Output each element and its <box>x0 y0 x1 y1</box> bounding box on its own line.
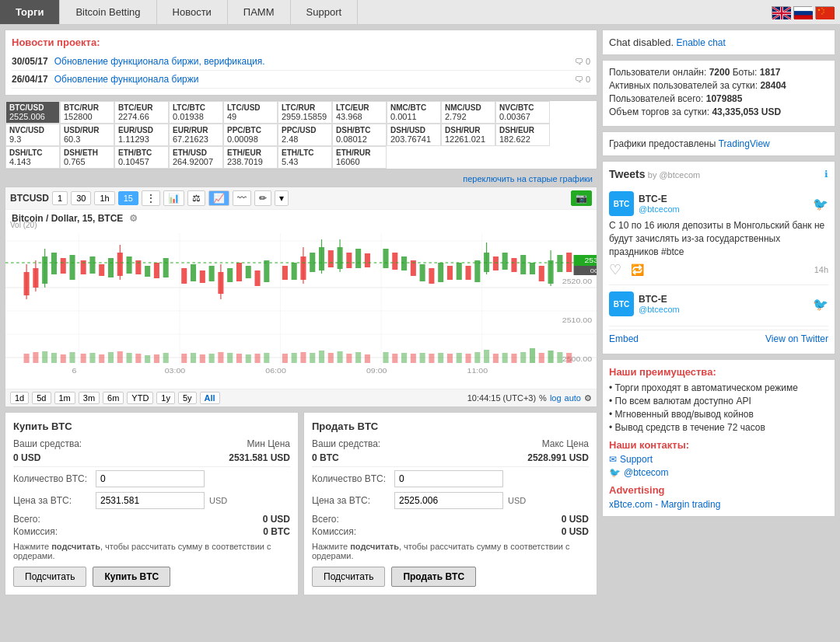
time-btn-1[interactable]: 1 <box>52 191 68 205</box>
sell-calc-button[interactable]: Подсчитать <box>312 567 385 587</box>
currency-cell-ETH-BTC[interactable]: ETH/BTC0.10457 <box>114 146 169 169</box>
chart-draw-btn[interactable]: ✏ <box>254 190 271 206</box>
currency-cell-LTC-EUR[interactable]: LTC/EUR43.968 <box>332 101 387 124</box>
period-btn-6m[interactable]: 6m <box>103 392 124 404</box>
currency-cell-ETH-USD[interactable]: ETH/USD264.92007 <box>169 146 223 169</box>
svg-rect-44 <box>127 256 132 274</box>
currency-cell-PPC-USD[interactable]: PPC/USD2.48 <box>278 124 332 146</box>
nav-tab-bitcoin-betting[interactable]: Bitcoin Betting <box>60 0 156 24</box>
news-text-1[interactable]: Обновление функционала биржи, верификаци… <box>54 56 569 67</box>
svg-rect-109 <box>145 355 150 363</box>
flag-en[interactable] <box>772 6 790 19</box>
chart-auto[interactable]: auto <box>565 393 581 403</box>
sell-qty-input[interactable] <box>394 470 503 487</box>
period-btn-1m[interactable]: 1m <box>54 392 75 404</box>
period-btn-3m[interactable]: 3m <box>79 392 100 404</box>
sell-panel: Продать BTC Ваши средства: Макс Цена 0 B… <box>303 412 597 595</box>
currency-cell-DSH-USD[interactable]: DSH/USD203.76741 <box>387 124 441 146</box>
buy-price-input[interactable] <box>96 492 205 509</box>
buy-total-row: Всего: 0 USD <box>13 514 290 525</box>
sell-price-label: Цена за BTC: <box>312 495 390 506</box>
svg-rect-120 <box>254 354 260 363</box>
tweet-bird-1: 🐦 <box>813 197 828 211</box>
buy-qty-input[interactable] <box>96 470 205 487</box>
tweet-retweet-1[interactable]: 🔁 <box>631 263 644 276</box>
currency-cell-DSH-RUR[interactable]: DSH/RUR12261.021 <box>441 124 495 146</box>
currency-cell-DSH-BTC[interactable]: DSH/BTC0.08012 <box>332 124 387 146</box>
svg-text:2520.00: 2520.00 <box>562 277 593 285</box>
currency-cell-ETH-EUR[interactable]: ETH/EUR238.7019 <box>223 146 278 169</box>
currency-cell-ETH-RUR[interactable]: ETH/RUR16060 <box>332 146 387 169</box>
currency-cell-NVC-BTC[interactable]: NVC/BTC0.00367 <box>495 101 550 124</box>
nav-tab-torgi[interactable]: Торги <box>0 0 60 24</box>
sell-price-input[interactable] <box>394 492 503 509</box>
buy-funds-value: 0 USD <box>13 452 40 463</box>
nav-bar: Торги Bitcoin Betting Новости ПАММ Suppo… <box>0 0 840 25</box>
contact-twitter[interactable]: 🐦 @btcecom <box>609 467 828 478</box>
currency-cell-PPC-BTC[interactable]: PPC/BTC0.00098 <box>223 124 278 146</box>
chart-line-btn[interactable]: 〰 <box>233 190 251 206</box>
nav-tab-pamm[interactable]: ПАММ <box>228 0 291 24</box>
time-btn-1h[interactable]: 1h <box>94 191 114 205</box>
currency-cell-DSH-ETH[interactable]: DSH/ETH0.765 <box>60 146 114 169</box>
time-btn-15[interactable]: 15 <box>118 191 138 205</box>
sell-total-label: Всего: <box>312 514 339 525</box>
tweets-embed-link[interactable]: Embed <box>609 333 639 344</box>
tweet-like-1[interactable]: ♡ <box>609 261 621 278</box>
nav-tab-support[interactable]: Support <box>291 0 359 24</box>
contact-support[interactable]: ✉ Support <box>609 454 828 465</box>
tweets-info-icon[interactable]: ℹ <box>824 169 828 180</box>
buy-calc-button[interactable]: Подсчитать <box>13 567 86 587</box>
chart-switch[interactable]: переключить на старые графики <box>5 173 597 185</box>
chart-camera-btn[interactable]: 📷 <box>571 190 592 206</box>
chat-enable-link[interactable]: Enable chat <box>676 37 725 48</box>
tweet-handle-1[interactable]: @btcecom <box>639 204 680 214</box>
tweets-view-link[interactable]: View on Twitter <box>765 333 828 344</box>
period-btn-1y[interactable]: 1y <box>156 392 175 404</box>
chart-log[interactable]: log <box>550 393 562 403</box>
svg-rect-81 <box>457 263 462 280</box>
svg-rect-100 <box>61 354 66 363</box>
chart-candle-btn[interactable]: 📈 <box>208 190 229 206</box>
period-btn-5d[interactable]: 5d <box>32 392 51 404</box>
period-btn-5y[interactable]: 5y <box>178 392 197 404</box>
flag-ru[interactable] <box>793 6 812 19</box>
nav-tab-novosti[interactable]: Новости <box>157 0 228 24</box>
currency-cell-EUR-RUR[interactable]: EUR/RUR67.21623 <box>169 124 223 146</box>
sell-commission-row: Комиссия: 0 USD <box>312 526 589 537</box>
currency-cell-ETH-LTC[interactable]: ETH/LTC5.43 <box>278 146 332 169</box>
svg-rect-82 <box>466 266 471 280</box>
currency-cell-LTC-RUR[interactable]: LTC/RUR2959.15859 <box>278 101 332 124</box>
period-btn-1d[interactable]: 1d <box>10 392 29 404</box>
chart-bar-btn[interactable]: 📊 <box>163 190 184 206</box>
currency-cell-NVC-USD[interactable]: NVC/USD9.3 <box>5 124 60 146</box>
buy-action-button[interactable]: Купить BTC <box>93 567 170 587</box>
chart-settings-btn[interactable]: ▾ <box>275 190 289 206</box>
currency-cell-NMC-BTC[interactable]: NMC/BTC0.0011 <box>387 101 441 124</box>
currency-cell-DSH-EUR[interactable]: DSH/EUR182.622 <box>495 124 550 146</box>
news-text-2[interactable]: Обновление функционала биржи <box>54 74 569 85</box>
svg-rect-88 <box>511 258 516 272</box>
ad-link[interactable]: xBtce.com - Margin trading <box>609 499 828 510</box>
currency-cell-BTC-RUR[interactable]: BTC/RUR152800 <box>60 101 114 124</box>
chart-more-btn[interactable]: ⋮ <box>142 190 160 206</box>
tradingview-link[interactable]: TradingView <box>719 138 770 149</box>
currency-cell-BTC-USD[interactable]: BTC/USD2525.006 <box>5 101 60 124</box>
time-btn-30[interactable]: 30 <box>71 191 91 205</box>
chart-scale-btn[interactable]: ⚖ <box>187 190 205 206</box>
currency-cell-NMC-USD[interactable]: NMC/USD2.792 <box>441 101 495 124</box>
currency-cell-LTC-BTC[interactable]: LTC/BTC0.01938 <box>169 101 223 124</box>
period-btn-ytd[interactable]: YTD <box>127 392 153 404</box>
period-btn-all[interactable]: All <box>200 392 220 404</box>
currency-cell-USD-RUR[interactable]: USD/RUR60.3 <box>60 124 114 146</box>
chart-pct[interactable]: % <box>539 393 547 403</box>
currency-cell-LTC-USD[interactable]: LTC/USD49 <box>223 101 278 124</box>
currency-cell-EUR-USD[interactable]: EUR/USD1.11293 <box>114 124 169 146</box>
currency-cell-BTC-EUR[interactable]: BTC/EUR2274.66 <box>114 101 169 124</box>
tweet-handle-2[interactable]: @btcecom <box>639 305 680 314</box>
currency-cell-DSH-LTC[interactable]: DSH/LTC4.143 <box>5 146 60 169</box>
flag-cn[interactable] <box>815 6 834 19</box>
sell-action-button[interactable]: Продать BTC <box>391 567 476 587</box>
chart-settings-icon[interactable]: ⚙ <box>584 393 592 403</box>
svg-rect-56 <box>236 263 242 281</box>
